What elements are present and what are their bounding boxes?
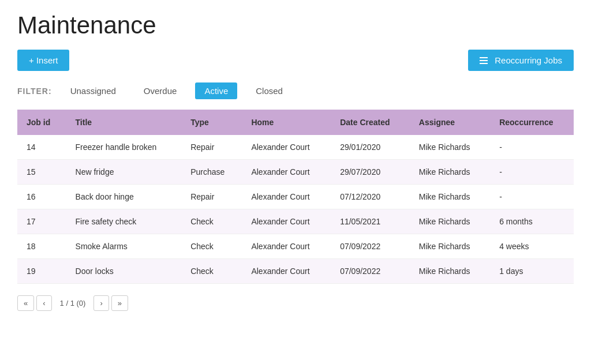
col-date-created: Date Created [331, 110, 410, 135]
pagination: « ‹ 1 / 1 (0) › » [17, 295, 574, 311]
cell-assignee: Mike Richards [410, 135, 490, 160]
cell-reoccurrence: - [490, 135, 574, 160]
cell-reoccurrence: 4 weeks [490, 234, 574, 259]
col-assignee: Assignee [410, 110, 490, 135]
cell-assignee: Mike Richards [410, 160, 490, 185]
cell-type: Check [181, 259, 242, 284]
cell-date_created: 29/01/2020 [331, 135, 410, 160]
reoccurring-jobs-button[interactable]: Reoccurring Jobs [468, 50, 574, 71]
cell-type: Purchase [181, 160, 242, 185]
col-reoccurrence: Reoccurrence [490, 110, 574, 135]
cell-title: Door locks [66, 259, 182, 284]
pagination-info: 1 / 1 (0) [54, 296, 92, 310]
cell-title: Back door hinge [66, 185, 182, 209]
cell-reoccurrence: - [490, 185, 574, 209]
cell-assignee: Mike Richards [410, 259, 490, 284]
cell-job_id: 18 [17, 234, 66, 259]
filter-active[interactable]: Active [195, 82, 237, 99]
cell-title: Smoke Alarms [66, 234, 182, 259]
filter-closed[interactable]: Closed [246, 82, 292, 99]
cell-date_created: 07/12/2020 [331, 185, 410, 209]
pagination-last[interactable]: » [111, 295, 128, 311]
table-row[interactable]: 19Door locksCheckAlexander Court07/09/20… [17, 259, 574, 284]
cell-reoccurrence: - [490, 160, 574, 185]
col-title: Title [66, 110, 182, 135]
cell-home: Alexander Court [242, 185, 331, 209]
table-row[interactable]: 16Back door hingeRepairAlexander Court07… [17, 185, 574, 209]
cell-home: Alexander Court [242, 259, 331, 284]
table-header-row: Job id Title Type Home Date Created Assi… [17, 110, 574, 135]
cell-title: Freezer handle broken [66, 135, 182, 160]
cell-type: Check [181, 234, 242, 259]
cell-date_created: 29/07/2020 [331, 160, 410, 185]
cell-date_created: 11/05/2021 [331, 209, 410, 234]
pagination-first[interactable]: « [17, 295, 34, 311]
filter-bar: FILTER: Unassigned Overdue Active Closed [17, 82, 574, 99]
cell-date_created: 07/09/2022 [331, 234, 410, 259]
table-row[interactable]: 15New fridgePurchaseAlexander Court29/07… [17, 160, 574, 185]
cell-title: New fridge [66, 160, 182, 185]
top-bar: + Insert Reoccurring Jobs [17, 50, 574, 71]
cell-date_created: 07/09/2022 [331, 259, 410, 284]
cell-assignee: Mike Richards [410, 209, 490, 234]
reoccurring-jobs-label: Reoccurring Jobs [495, 55, 562, 65]
cell-assignee: Mike Richards [410, 185, 490, 209]
cell-home: Alexander Court [242, 160, 331, 185]
col-home: Home [242, 110, 331, 135]
col-job-id: Job id [17, 110, 66, 135]
menu-lines-icon [480, 57, 488, 64]
pagination-next[interactable]: › [93, 295, 109, 311]
cell-assignee: Mike Richards [410, 234, 490, 259]
filter-label: FILTER: [17, 87, 52, 96]
maintenance-table: Job id Title Type Home Date Created Assi… [17, 110, 574, 284]
cell-title: Fire safety check [66, 209, 182, 234]
insert-button[interactable]: + Insert [17, 50, 69, 71]
cell-type: Repair [181, 135, 242, 160]
cell-type: Check [181, 209, 242, 234]
table-row[interactable]: 18Smoke AlarmsCheckAlexander Court07/09/… [17, 234, 574, 259]
cell-job_id: 15 [17, 160, 66, 185]
col-type: Type [181, 110, 242, 135]
cell-home: Alexander Court [242, 234, 331, 259]
page-title: Maintenance [17, 12, 574, 39]
cell-job_id: 19 [17, 259, 66, 284]
table-row[interactable]: 14Freezer handle brokenRepairAlexander C… [17, 135, 574, 160]
cell-reoccurrence: 6 months [490, 209, 574, 234]
filter-overdue[interactable]: Overdue [134, 82, 186, 99]
cell-job_id: 16 [17, 185, 66, 209]
pagination-prev[interactable]: ‹ [36, 295, 51, 311]
cell-type: Repair [181, 185, 242, 209]
cell-reoccurrence: 1 days [490, 259, 574, 284]
cell-home: Alexander Court [242, 209, 331, 234]
table-row[interactable]: 17Fire safety checkCheckAlexander Court1… [17, 209, 574, 234]
cell-job_id: 17 [17, 209, 66, 234]
cell-home: Alexander Court [242, 135, 331, 160]
filter-unassigned[interactable]: Unassigned [61, 82, 125, 99]
cell-job_id: 14 [17, 135, 66, 160]
